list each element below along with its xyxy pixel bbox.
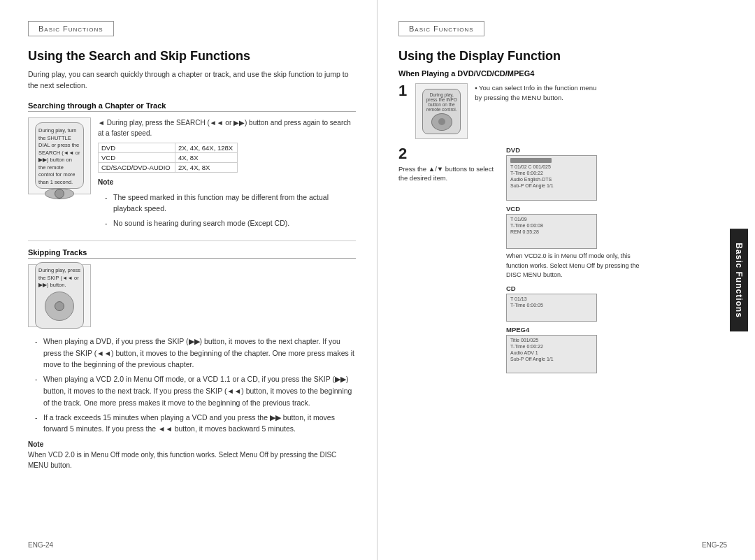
skip-bullets: When playing a DVD, if you press the SKI… (28, 336, 356, 435)
cd-info1: T 01/13 (510, 296, 593, 301)
right-header: Basic Functions (398, 21, 484, 36)
step1-content: During play, press the INFO button on th… (415, 83, 727, 139)
remote-sm-body: During play, press the INFO button on th… (422, 89, 461, 134)
skip-note: Note When VCD 2.0 is in Menu Off mode on… (28, 440, 356, 471)
remote-label-text: During play, turn the SHUTTLE DIAL or pr… (38, 127, 80, 186)
dvd-screen: T 01/02 C 001/025 T-Time 0:00:22 Audio E… (506, 155, 597, 201)
table-row: DVD 2X, 4X, 64X, 128X (99, 143, 238, 152)
vcd-info2: T-Time 0:00:08 (510, 223, 593, 228)
search-speed-table: DVD 2X, 4X, 64X, 128X VCD 4X, 8X CD/SACD… (98, 143, 238, 173)
mpeg4-info2: T-Time 0:00:22 (510, 344, 593, 349)
remote-display-step1: During play, press the INFO button on th… (415, 83, 468, 139)
skip-diagram-row: During play, press the SKIP (◄◄ or ▶▶) b… (28, 264, 356, 327)
remote-body: During play, turn the SHUTTLE DIAL or pr… (35, 122, 84, 189)
remote-skip-label: During play, press the SKIP (◄◄ or ▶▶) b… (38, 267, 80, 289)
section1-heading: Searching through a Chapter or Track (28, 101, 356, 112)
remote-dpad-skip (45, 292, 74, 321)
list-item: When playing a VCD 2.0 in Menu Off mode,… (35, 373, 356, 408)
cd-label: CD (506, 285, 646, 292)
table-cell: 4X, 8X (175, 152, 237, 162)
table-cell: CD/SACD/DVD-AUDIO (99, 162, 175, 172)
dvd-screen-section: DVD T 01/02 C 001/025 T-Time 0:00:22 Aud… (506, 146, 646, 201)
remote-sm-center (438, 118, 445, 125)
list-item: The speed marked in this function may be… (105, 192, 356, 215)
remote-center-skip (55, 301, 64, 311)
table-cell: 2X, 4X, 8X (175, 162, 237, 172)
step2-number: 2 (398, 146, 496, 161)
divider (28, 240, 356, 241)
dvd-info1: T 01/02 C 001/025 (510, 164, 593, 169)
skip-note-title: Note (28, 440, 356, 448)
remote-sm-dpad (431, 113, 452, 131)
search-right-content: ◄ During play, press the SEARCH (◄◄ or ▶… (98, 117, 356, 232)
dvd-row1 (510, 158, 593, 163)
step2-text: Press the ▲/▼ buttons to select the desi… (398, 164, 496, 183)
vcd-screen-section: VCD T 01/09 T-Time 0:00:08 REM 0:35:28 W… (506, 205, 646, 280)
remote-diagram-search: During play, turn the SHUTTLE DIAL or pr… (28, 117, 91, 194)
list-item: If a track exceeds 15 minutes when playi… (35, 412, 356, 436)
step2-row: 2 Press the ▲/▼ buttons to select the de… (398, 146, 727, 373)
step1-row: 1 During play, press the INFO button on … (398, 83, 727, 139)
mpeg4-info4: Sub-P Off Angle 1/1 (510, 357, 593, 361)
mpeg4-screen-section: MPEG4 Title 001/025 T-Time 0:00:22 Audio… (506, 326, 646, 373)
mpeg4-info3: Audio ADV 1 (510, 350, 593, 355)
dvd-info3: Audio English-DTS (510, 177, 593, 182)
search-description: ◄ During play, press the SEARCH (◄◄ or ▶… (98, 117, 356, 138)
dvd-label: DVD (506, 146, 646, 154)
remote-body-skip: During play, press the SKIP (◄◄ or ▶▶) b… (35, 262, 84, 329)
dvd-bar (510, 158, 552, 163)
mpeg4-label: MPEG4 (506, 326, 646, 333)
mpeg4-info1: Title 001/025 (510, 338, 593, 343)
section2-heading: Skipping Tracks (28, 248, 356, 259)
page-number-right: ENG-25 (702, 541, 727, 549)
table-row: CD/SACD/DVD-AUDIO 2X, 4X, 8X (99, 162, 238, 172)
vcd-note: When VCD2.0 is in Menu Off mode only, th… (506, 252, 646, 280)
skip-note-text: When VCD 2.0 is in Menu Off mode only, t… (28, 450, 356, 471)
table-cell: DVD (99, 143, 175, 152)
mpeg4-screen: Title 001/025 T-Time 0:00:22 Audio ADV 1… (506, 335, 597, 373)
cd-screen-section: CD T 01/13 T-Time 0:00:05 (506, 285, 646, 322)
table-row: VCD 4X, 8X (99, 152, 238, 162)
remote-dpad (45, 188, 74, 199)
left-intro: During play, you can search quickly thro… (28, 69, 356, 92)
vcd-info3: REM 0:35:28 (510, 229, 593, 234)
table-cell: 2X, 4X, 64X, 128X (175, 143, 237, 152)
step1-number: 1 (398, 83, 407, 99)
vcd-info1: T 01/09 (510, 217, 593, 222)
list-item: No sound is hearing during search mode (… (105, 217, 356, 229)
list-item: When playing a DVD, if you press the SKI… (35, 336, 356, 371)
remote-center (55, 189, 64, 199)
vcd-screen: T 01/09 T-Time 0:00:08 REM 0:35:28 (506, 214, 597, 249)
page: Basic Functions Using the Search and Ski… (0, 0, 755, 560)
step1-note: ▪ You can select Info in the function me… (475, 83, 601, 139)
vcd-label: VCD (506, 205, 646, 213)
right-column: Basic Functions Using the Display Functi… (378, 0, 748, 560)
search-note-list: The speed marked in this function may be… (98, 192, 356, 229)
left-column: Basic Functions Using the Search and Ski… (0, 0, 378, 560)
page-number-left: ENG-24 (28, 541, 53, 549)
search-note: Note The speed marked in this function m… (98, 178, 356, 229)
dvd-info4: Sub-P Off Angle 1/1 (510, 183, 593, 188)
step1-inner: During play, press the INFO button on th… (415, 83, 727, 139)
search-diagram-row: During play, turn the SHUTTLE DIAL or pr… (28, 117, 356, 232)
cd-info2: T-Time 0:00:05 (510, 303, 593, 308)
remote-diagram-skip: During play, press the SKIP (◄◄ or ▶▶) b… (28, 264, 91, 327)
left-header: Basic Functions (28, 21, 114, 36)
vertical-tab: Basic Functions (730, 229, 748, 332)
right-title: Using the Display Function (398, 49, 727, 64)
left-title: Using the Search and Skip Functions (28, 49, 356, 64)
dvd-info2: T-Time 0:00:22 (510, 171, 593, 175)
table-cell: VCD (99, 152, 175, 162)
cd-screen: T 01/13 T-Time 0:00:05 (506, 294, 597, 322)
step2-left: 2 Press the ▲/▼ buttons to select the de… (398, 146, 496, 183)
screens-column: DVD T 01/02 C 001/025 T-Time 0:00:22 Aud… (506, 146, 646, 373)
search-note-title: Note (98, 178, 356, 186)
display-section-heading: When Playing a DVD/VCD/CD/MPEG4 (398, 69, 727, 78)
remote-sm-text: During play, press the INFO button on th… (425, 92, 458, 112)
